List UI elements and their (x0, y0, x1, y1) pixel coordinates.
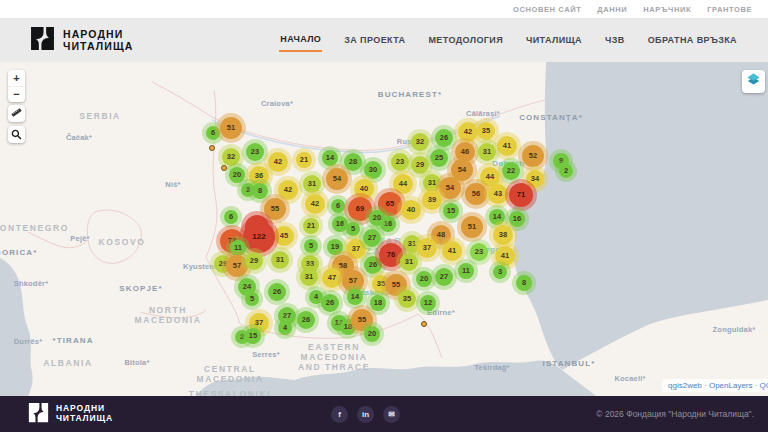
cluster-marker[interactable]: 6 (331, 199, 345, 213)
cluster-marker[interactable]: 26 (321, 294, 339, 312)
cluster-marker[interactable]: 42 (268, 152, 288, 172)
cluster-marker[interactable]: 122 (243, 221, 275, 253)
cluster-marker[interactable]: 28 (344, 153, 362, 171)
cluster-marker[interactable]: 71 (509, 183, 533, 207)
cluster-marker[interactable]: 51 (220, 117, 242, 139)
cluster-marker[interactable]: 44 (393, 174, 413, 194)
cluster-marker[interactable]: 41 (497, 136, 517, 156)
nav-about-project[interactable]: ЗА ПРОЕКТА (343, 29, 406, 51)
top-link-handbook[interactable]: НАРЪЧНИК (643, 5, 691, 14)
top-link-grants[interactable]: ГРАНТОВЕ (707, 5, 752, 14)
cluster-marker[interactable]: 40 (354, 179, 374, 199)
cluster-marker[interactable]: 18 (370, 295, 386, 311)
cluster-marker[interactable]: 35 (477, 122, 495, 140)
cluster-marker[interactable]: 27 (363, 229, 381, 247)
cluster-marker[interactable]: 41 (442, 241, 462, 261)
zoom-out-button[interactable]: − (8, 86, 25, 102)
cluster-marker[interactable]: 8 (516, 275, 532, 291)
cluster-marker[interactable]: 21 (303, 218, 319, 234)
cluster-marker[interactable]: 6 (206, 126, 220, 140)
cluster-marker[interactable]: 38 (493, 225, 513, 245)
cluster-marker[interactable]: 32 (411, 133, 429, 151)
cluster-marker[interactable]: 32 (222, 148, 240, 166)
cluster-marker[interactable]: 42 (305, 194, 325, 214)
point-marker[interactable] (221, 165, 227, 171)
cluster-marker[interactable]: 5 (245, 292, 259, 306)
cluster-marker[interactable]: 43 (488, 184, 508, 204)
cluster-marker[interactable]: 52 (522, 145, 544, 167)
cluster-marker[interactable]: 2 (559, 164, 573, 178)
nav-chitalishta[interactable]: ЧИТАЛИЩА (525, 29, 583, 51)
cluster-marker[interactable]: 11 (458, 263, 474, 279)
cluster-marker[interactable]: 6 (224, 210, 238, 224)
cluster-marker[interactable]: 14 (347, 289, 363, 305)
map-search-button[interactable] (8, 126, 25, 143)
cluster-marker[interactable]: 31 (271, 251, 289, 269)
zoom-in-button[interactable]: + (8, 70, 25, 86)
cluster-marker[interactable]: 15 (443, 203, 459, 219)
cluster-marker[interactable]: 5 (346, 222, 360, 236)
point-marker[interactable] (209, 145, 215, 151)
cluster-marker[interactable]: 22 (502, 162, 520, 180)
cluster-marker[interactable]: 14 (322, 150, 338, 166)
top-link-data[interactable]: ДАННИ (597, 5, 627, 14)
cluster-marker[interactable]: 4 (278, 321, 292, 335)
cluster-marker[interactable]: 23 (391, 153, 409, 171)
layers-button[interactable] (742, 70, 765, 93)
facebook-icon[interactable]: f (331, 406, 348, 423)
map-viewport[interactable]: SERBIAMONTENEGROKOSOVONORTH MACEDONIAALB… (0, 62, 768, 396)
cluster-marker[interactable]: 42 (458, 122, 478, 142)
cluster-marker[interactable]: 19 (327, 239, 343, 255)
cluster-marker[interactable]: 26 (268, 283, 286, 301)
nav-home[interactable]: НАЧАЛО (279, 28, 322, 52)
cluster-marker[interactable]: 30 (364, 161, 382, 179)
cluster-marker[interactable]: 40 (401, 200, 421, 220)
cluster-marker[interactable]: 51 (461, 216, 483, 238)
nav-methodology[interactable]: МЕТОДОЛОГИЯ (427, 29, 504, 51)
point-marker[interactable] (421, 321, 427, 327)
cluster-marker[interactable]: 20 (369, 210, 385, 226)
cluster-marker[interactable]: 47 (322, 268, 342, 288)
cluster-marker[interactable]: 56 (465, 183, 487, 205)
cluster-marker[interactable]: 39 (422, 190, 442, 210)
cluster-marker[interactable]: 42 (278, 180, 298, 200)
cluster-marker[interactable]: 23 (470, 243, 488, 261)
cluster-marker[interactable]: 31 (300, 268, 318, 286)
cluster-marker[interactable]: 5 (304, 239, 318, 253)
cluster-marker[interactable]: 8 (252, 183, 268, 199)
cluster-marker[interactable]: 12 (420, 295, 436, 311)
measure-tool-button[interactable] (8, 105, 25, 122)
linkedin-icon[interactable]: in (357, 406, 374, 423)
cluster-marker[interactable]: 31 (303, 175, 321, 193)
map-attribution[interactable]: qgis2web · OpenLayers · QG (662, 379, 768, 392)
cluster-marker[interactable]: 31 (478, 143, 496, 161)
cluster-marker[interactable]: 54 (326, 168, 348, 190)
cluster-marker[interactable]: 20 (229, 167, 245, 183)
cluster-marker[interactable]: 14 (489, 209, 505, 225)
nav-faq[interactable]: ЧЗВ (604, 29, 626, 51)
top-link-main-site[interactable]: ОСНОВЕН САЙТ (513, 5, 581, 14)
cluster-marker[interactable]: 45 (274, 226, 294, 246)
cluster-marker[interactable]: 31 (400, 253, 418, 271)
cluster-marker[interactable]: 23 (246, 143, 264, 161)
cluster-marker[interactable]: 15 (245, 328, 261, 344)
cluster-marker[interactable]: 25 (430, 149, 448, 167)
cluster-marker[interactable]: 20 (364, 326, 380, 342)
cluster-marker[interactable]: 26 (297, 311, 315, 329)
cluster-marker[interactable]: 20 (416, 271, 432, 287)
nav-feedback[interactable]: ОБРАТНА ВРЪЗКА (647, 29, 738, 51)
cluster-marker[interactable]: 41 (495, 246, 515, 266)
cluster-marker[interactable]: 29 (245, 252, 263, 270)
footer-logo[interactable]: НАРОДНИЧИТАЛИЩА (28, 402, 113, 427)
cluster-marker[interactable]: 26 (435, 129, 453, 147)
cluster-marker[interactable]: 3 (493, 265, 507, 279)
cluster-marker[interactable]: 37 (417, 238, 437, 258)
cluster-marker[interactable]: 27 (435, 268, 453, 286)
cluster-marker[interactable]: 11 (230, 240, 246, 256)
cluster-marker[interactable]: 21 (296, 152, 312, 168)
cluster-marker[interactable]: 55 (264, 198, 286, 220)
cluster-marker[interactable]: 54 (439, 177, 461, 199)
cluster-marker[interactable]: 16 (509, 211, 525, 227)
email-icon[interactable]: ✉ (383, 406, 400, 423)
cluster-marker[interactable]: 35 (398, 290, 416, 308)
